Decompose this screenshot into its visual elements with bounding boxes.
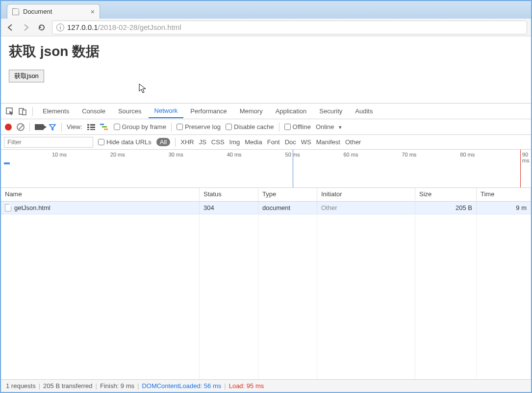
filter-all[interactable]: All xyxy=(156,138,170,146)
network-timeline[interactable]: 10 ms 20 ms 30 ms 40 ms 50 ms 60 ms 70 m… xyxy=(1,150,531,188)
col-size[interactable]: Size xyxy=(415,188,477,201)
cell-status: 304 xyxy=(200,202,258,214)
tab-network[interactable]: Network xyxy=(149,104,184,118)
reload-button[interactable] xyxy=(36,22,47,33)
sb-transferred: 205 B transferred xyxy=(43,382,92,390)
filter-css[interactable]: CSS xyxy=(211,138,225,146)
svg-rect-2 xyxy=(23,110,26,115)
filter-ws[interactable]: WS xyxy=(301,138,311,146)
filter-img[interactable]: Img xyxy=(229,138,240,146)
sb-requests: 1 requests xyxy=(6,382,36,390)
col-type[interactable]: Type xyxy=(258,188,317,201)
hide-data-urls-checkbox[interactable]: Hide data URLs xyxy=(98,138,152,146)
network-toolbar: View: Group by frame Preserve log Disabl… xyxy=(1,119,531,135)
disable-cache-checkbox[interactable]: Disable cache xyxy=(226,123,274,131)
fetch-json-button[interactable]: 获取json xyxy=(9,70,44,82)
filter-js[interactable]: JS xyxy=(199,138,206,146)
cell-size: 205 B xyxy=(415,202,477,214)
dcl-marker xyxy=(293,150,293,187)
view-label: View: xyxy=(67,123,82,131)
close-tab-icon[interactable]: × xyxy=(91,8,95,16)
col-name[interactable]: Name xyxy=(1,188,200,201)
throttling-select[interactable]: Online ▼ xyxy=(316,123,343,131)
page-content: 获取 json 数据 获取json xyxy=(1,36,531,103)
tab-console[interactable]: Console xyxy=(76,105,111,118)
devtools-panel: Elements Console Sources Network Perform… xyxy=(1,103,531,392)
site-info-icon[interactable]: i xyxy=(56,24,64,31)
record-button[interactable] xyxy=(5,124,12,131)
inspect-element-icon[interactable] xyxy=(4,105,16,117)
group-by-frame-checkbox[interactable]: Group by frame xyxy=(114,123,166,131)
clear-button[interactable] xyxy=(17,123,25,131)
sb-load: Load: 95 ms xyxy=(229,382,264,390)
cell-type: document xyxy=(258,202,317,214)
page-icon xyxy=(12,8,19,15)
url-host: 127.0.0.1 xyxy=(67,23,98,31)
filter-other[interactable]: Other xyxy=(345,138,361,146)
cell-name: getJson.html xyxy=(1,202,200,214)
cell-time: 9 m xyxy=(477,202,531,214)
col-status[interactable]: Status xyxy=(200,188,258,201)
network-filter-bar: Hide data URLs All XHR JS CSS Img Media … xyxy=(1,135,531,150)
tab-elements[interactable]: Elements xyxy=(37,105,75,118)
filter-doc[interactable]: Doc xyxy=(285,138,296,146)
devtools-tabbar: Elements Console Sources Network Perform… xyxy=(1,104,531,119)
sb-finish: Finish: 9 ms xyxy=(100,382,134,390)
tab-title: Document xyxy=(23,8,52,15)
tab-performance[interactable]: Performance xyxy=(184,105,232,118)
browser-tabstrip: Document × xyxy=(1,1,531,19)
cell-initiator: Other xyxy=(317,202,415,214)
document-icon xyxy=(5,204,11,211)
tab-application[interactable]: Application xyxy=(270,105,313,118)
table-header-row: Name Status Type Initiator Size Time xyxy=(1,188,531,202)
waterfall-view-icon[interactable] xyxy=(100,124,109,131)
screenshot-icon[interactable] xyxy=(35,124,44,130)
col-time[interactable]: Time xyxy=(477,188,531,201)
tab-memory[interactable]: Memory xyxy=(234,105,269,118)
browser-tab[interactable]: Document × xyxy=(7,4,100,19)
filter-toggle-icon[interactable] xyxy=(49,123,56,131)
forward-button[interactable] xyxy=(21,22,31,33)
toggle-device-icon[interactable] xyxy=(17,105,28,117)
large-rows-icon[interactable] xyxy=(87,124,95,130)
tab-security[interactable]: Security xyxy=(313,105,348,118)
filter-xhr[interactable]: XHR xyxy=(180,138,194,146)
url-path: /2018-02-28/getJson.html xyxy=(98,23,181,31)
page-heading: 获取 json 数据 xyxy=(9,42,523,61)
filter-manifest[interactable]: Manifest xyxy=(316,138,340,146)
load-marker xyxy=(520,150,521,187)
address-bar: i 127.0.0.1/2018-02-28/getJson.html xyxy=(1,19,531,36)
filter-input[interactable] xyxy=(4,137,93,148)
offline-checkbox[interactable]: Offline xyxy=(284,123,311,131)
chevron-down-icon: ▼ xyxy=(338,125,343,130)
network-status-bar: 1 requests | 205 B transferred | Finish:… xyxy=(1,379,531,392)
timeline-request-bar xyxy=(4,162,10,164)
network-request-table: Name Status Type Initiator Size Time get… xyxy=(1,188,531,379)
preserve-log-checkbox[interactable]: Preserve log xyxy=(177,123,221,131)
tab-sources[interactable]: Sources xyxy=(112,105,148,118)
table-row[interactable]: getJson.html 304 document Other 205 B 9 … xyxy=(1,202,531,214)
filter-font[interactable]: Font xyxy=(267,138,280,146)
back-button[interactable] xyxy=(5,22,16,33)
tab-audits[interactable]: Audits xyxy=(349,105,379,118)
filter-media[interactable]: Media xyxy=(245,138,262,146)
sb-dcl: DOMContentLoaded: 56 ms xyxy=(142,382,221,390)
col-initiator[interactable]: Initiator xyxy=(317,188,415,201)
url-input[interactable]: i 127.0.0.1/2018-02-28/getJson.html xyxy=(52,21,527,34)
